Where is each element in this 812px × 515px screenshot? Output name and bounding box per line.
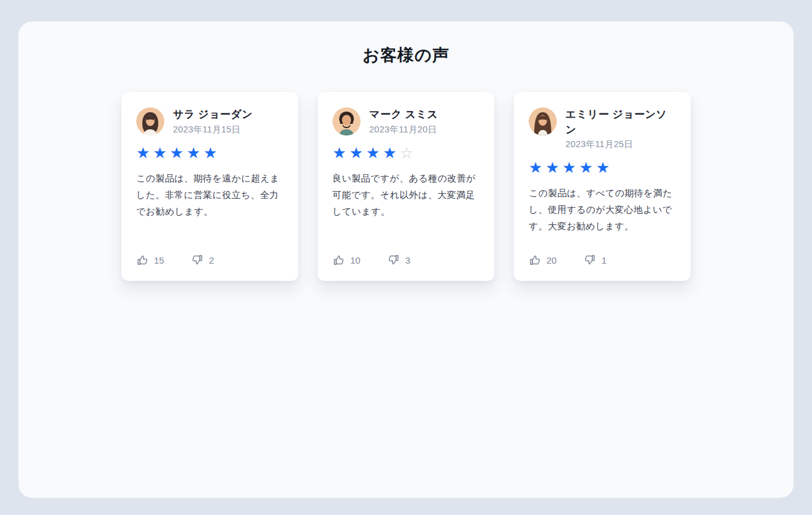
review-header: エミリー ジョーンソン 2023年11月25日 — [529, 107, 676, 150]
review-header: マーク スミス 2023年11月20日 — [332, 107, 480, 135]
like-button[interactable]: 15 — [136, 254, 164, 266]
review-header: サラ ジョーダン 2023年11月15日 — [136, 107, 283, 135]
star-filled-icon: ★ — [170, 144, 186, 161]
star-filled-icon: ★ — [204, 144, 220, 161]
review-footer: 20 1 — [529, 243, 676, 266]
reviewer-name: マーク スミス — [369, 107, 438, 123]
review-card: エミリー ジョーンソン 2023年11月25日 ★★★★★ この製品は、すべての… — [514, 92, 691, 281]
reviewer-info: エミリー ジョーンソン 2023年11月25日 — [565, 107, 676, 150]
dislike-button[interactable]: 3 — [388, 254, 410, 266]
thumbs-up-icon — [529, 254, 541, 266]
star-filled-icon: ★ — [529, 159, 545, 176]
review-card: サラ ジョーダン 2023年11月15日 ★★★★★ この製品は、期待を遠かに超… — [121, 92, 298, 281]
star-filled-icon: ★ — [332, 144, 349, 161]
thumbs-down-icon — [388, 254, 400, 266]
review-date: 2023年11月20日 — [369, 124, 438, 135]
star-filled-icon: ★ — [153, 144, 169, 161]
reviewer-info: サラ ジョーダン 2023年11月15日 — [173, 107, 253, 135]
like-button[interactable]: 10 — [332, 254, 361, 266]
dislike-count: 3 — [405, 255, 410, 265]
page-title: お客様の声 — [18, 21, 794, 66]
dislike-count: 2 — [209, 255, 214, 265]
star-rating: ★★★★★ — [136, 145, 283, 161]
review-text: この製品は、すべての期待を満たし、使用するのが大変心地よいです。大変お勧めします… — [529, 185, 676, 234]
review-cards-row: サラ ジョーダン 2023年11月15日 ★★★★★ この製品は、期待を遠かに超… — [18, 92, 794, 281]
dislike-count: 1 — [602, 255, 607, 265]
thumbs-up-icon — [332, 254, 345, 266]
like-count: 10 — [350, 255, 361, 265]
star-filled-icon: ★ — [136, 144, 153, 161]
star-empty-icon: ☆ — [400, 144, 416, 161]
testimonials-panel: お客様の声 サラ ジョーダン 2023年11月15日 — [18, 21, 794, 498]
star-filled-icon: ★ — [579, 159, 596, 176]
star-filled-icon: ★ — [366, 144, 383, 161]
avatar — [332, 107, 361, 135]
review-text: この製品は、期待を遠かに超えました。非常に営業に役立ち、全力でお勧めします。 — [136, 170, 283, 219]
like-button[interactable]: 20 — [529, 254, 557, 266]
star-filled-icon: ★ — [545, 159, 562, 176]
review-date: 2023年11月15日 — [173, 124, 253, 135]
thumbs-down-icon — [191, 254, 204, 266]
thumbs-down-icon — [584, 254, 596, 266]
reviewer-name: エミリー ジョーンソン — [565, 107, 676, 137]
star-filled-icon: ★ — [596, 159, 613, 176]
star-filled-icon: ★ — [562, 159, 579, 176]
star-filled-icon: ★ — [383, 144, 399, 161]
review-footer: 15 2 — [136, 243, 283, 266]
star-filled-icon: ★ — [349, 144, 366, 161]
star-rating: ★★★★★ — [529, 160, 676, 175]
avatar — [136, 107, 164, 135]
like-count: 15 — [154, 255, 164, 265]
dislike-button[interactable]: 1 — [584, 254, 607, 266]
review-footer: 10 3 — [332, 243, 480, 266]
star-filled-icon: ★ — [186, 144, 203, 161]
like-count: 20 — [546, 255, 557, 265]
star-rating: ★★★★☆ — [332, 145, 480, 161]
reviewer-info: マーク スミス 2023年11月20日 — [369, 107, 438, 135]
review-text: 良い製品ですが、ある種の改善が可能です。それ以外は、大変満足しています。 — [332, 170, 480, 219]
avatar — [529, 107, 557, 135]
thumbs-up-icon — [136, 254, 148, 266]
dislike-button[interactable]: 2 — [191, 254, 214, 266]
review-card: マーク スミス 2023年11月20日 ★★★★☆ 良い製品ですが、ある種の改善… — [318, 92, 494, 281]
review-date: 2023年11月25日 — [565, 139, 676, 150]
reviewer-name: サラ ジョーダン — [173, 107, 253, 123]
